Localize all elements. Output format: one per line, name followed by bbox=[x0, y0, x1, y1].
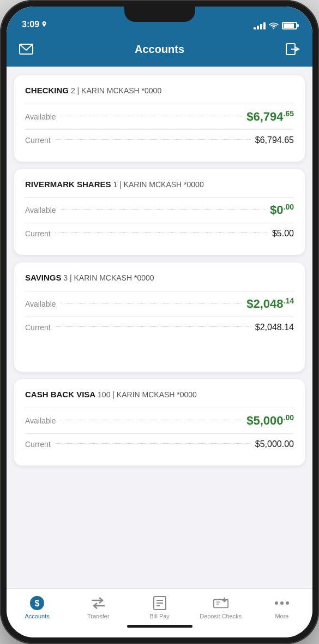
wifi-icon bbox=[269, 22, 279, 29]
account-card-savings[interactable]: SAVINGS 3 | KARIN MCKASH *0000 Available… bbox=[14, 263, 305, 372]
notch bbox=[124, 7, 195, 22]
location-icon bbox=[41, 21, 47, 28]
nav-billpay[interactable]: Bill Pay bbox=[129, 593, 190, 622]
svg-point-16 bbox=[286, 601, 289, 605]
nav-transfer[interactable]: Transfer bbox=[68, 593, 129, 622]
available-amount-shares: $0.00 bbox=[270, 203, 294, 217]
current-amount-shares: $5.00 bbox=[272, 229, 294, 238]
svg-point-14 bbox=[275, 601, 278, 605]
transfer-icon bbox=[91, 595, 106, 611]
app-header: Accounts bbox=[7, 34, 312, 67]
account-name-checking: CHECKING 2 | KARIN MCKASH *0000 bbox=[25, 85, 294, 96]
billpay-nav-label: Bill Pay bbox=[149, 613, 170, 619]
deposit-icon bbox=[213, 595, 228, 611]
status-icons bbox=[254, 22, 297, 29]
accounts-nav-label: Accounts bbox=[25, 613, 49, 619]
account-card-shares[interactable]: RIVERMARK SHARES 1 | KARIN MCKASH *0000 … bbox=[14, 169, 305, 255]
account-name-shares: RIVERMARK SHARES 1 | KARIN MCKASH *0000 bbox=[25, 179, 294, 190]
current-row-savings: Current $2,048.14 bbox=[25, 317, 294, 338]
available-amount-checking: $6,794.65 bbox=[246, 110, 294, 124]
transfer-nav-label: Transfer bbox=[87, 613, 110, 619]
current-row-shares: Current $5.00 bbox=[25, 223, 294, 244]
more-icon bbox=[274, 595, 290, 611]
home-indicator bbox=[127, 625, 192, 628]
available-amount-savings: $2,048.14 bbox=[246, 297, 294, 311]
available-row-checking: Available $6,794.65 bbox=[25, 104, 294, 129]
svg-point-15 bbox=[280, 601, 284, 605]
available-row-visa: Available $5,000.00 bbox=[25, 408, 294, 433]
billpay-icon bbox=[152, 595, 167, 611]
nav-more[interactable]: More bbox=[251, 593, 312, 622]
phone-screen: 3:09 bbox=[7, 7, 312, 637]
nav-accounts[interactable]: $ Accounts bbox=[7, 593, 68, 622]
account-name-savings: SAVINGS 3 | KARIN MCKASH *0000 bbox=[25, 272, 294, 283]
header-title: Accounts bbox=[35, 43, 284, 56]
signal-icon bbox=[254, 22, 266, 29]
more-nav-label: More bbox=[275, 613, 288, 619]
bottom-nav: $ Accounts Transfer bbox=[7, 588, 312, 637]
current-row-visa: Current $5,000.00 bbox=[25, 433, 294, 455]
account-card-checking[interactable]: CHECKING 2 | KARIN MCKASH *0000 Availabl… bbox=[14, 75, 305, 162]
available-amount-visa: $5,000.00 bbox=[246, 414, 294, 428]
deposit-nav-label: Deposit Checks bbox=[200, 613, 242, 619]
account-name-visa: CASH BACK VISA 100 | KARIN MCKASH *0000 bbox=[25, 389, 294, 400]
current-amount-visa: $5,000.00 bbox=[255, 439, 294, 449]
accounts-icon: $ bbox=[29, 595, 45, 611]
nav-depositchecks[interactable]: Deposit Checks bbox=[190, 593, 251, 622]
current-amount-savings: $2,048.14 bbox=[255, 323, 294, 332]
battery-icon bbox=[282, 22, 297, 29]
main-content: CHECKING 2 | KARIN MCKASH *0000 Availabl… bbox=[7, 67, 312, 588]
current-amount-checking: $6,794.65 bbox=[255, 135, 294, 145]
status-time: 3:09 bbox=[22, 20, 47, 29]
mail-button[interactable] bbox=[17, 40, 35, 58]
available-row-shares: Available $0.00 bbox=[25, 197, 294, 223]
logout-button[interactable] bbox=[284, 40, 302, 58]
time-display: 3:09 bbox=[22, 20, 39, 29]
current-row-checking: Current $6,794.65 bbox=[25, 129, 294, 151]
available-row-savings: Available $2,048.14 bbox=[25, 291, 294, 317]
account-card-visa[interactable]: CASH BACK VISA 100 | KARIN MCKASH *0000 … bbox=[14, 379, 305, 466]
svg-text:$: $ bbox=[35, 599, 40, 608]
phone-frame: 3:09 bbox=[0, 0, 319, 644]
